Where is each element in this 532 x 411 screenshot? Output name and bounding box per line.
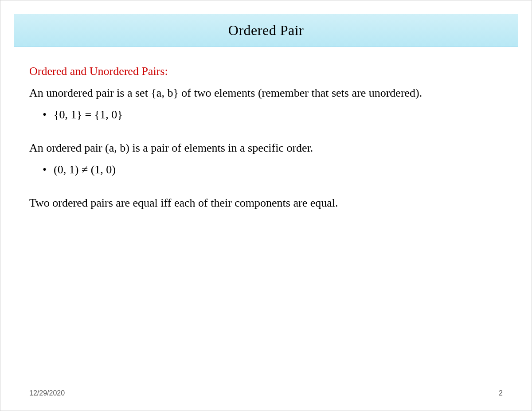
section-ordered-pairs: An ordered pair (a, b) is a pair of elem… — [29, 139, 503, 178]
footer-date: 12/29/2020 — [29, 389, 65, 397]
bullet-unordered-example: • {0, 1} = {1, 0} — [43, 106, 503, 123]
slide-title: Ordered Pair — [228, 22, 304, 39]
footer: 12/29/2020 2 — [29, 389, 503, 397]
section-unordered-pairs: Ordered and Unordered Pairs: An unordere… — [29, 65, 503, 123]
footer-page: 2 — [499, 389, 503, 397]
bullet-dot-1: • — [43, 106, 47, 123]
slide-container: Ordered Pair Ordered and Unordered Pairs… — [0, 0, 532, 411]
section-heading-1: Ordered and Unordered Pairs: — [29, 65, 503, 78]
paragraph-equal: Two ordered pairs are equal iff each of … — [29, 194, 503, 211]
header-banner: Ordered Pair — [14, 14, 518, 47]
bullet-ordered-text: (0, 1) ≠ (1, 0) — [54, 161, 116, 178]
paragraph-unordered: An unordered pair is a set {a, b} of two… — [29, 84, 503, 102]
bullet-unordered-text: {0, 1} = {1, 0} — [54, 106, 123, 123]
content-area: Ordered and Unordered Pairs: An unordere… — [0, 47, 532, 245]
bullet-dot-2: • — [43, 161, 47, 178]
bullet-ordered-example: • (0, 1) ≠ (1, 0) — [43, 161, 503, 178]
paragraph-ordered: An ordered pair (a, b) is a pair of elem… — [29, 139, 503, 157]
section-equal-pairs: Two ordered pairs are equal iff each of … — [29, 194, 503, 211]
